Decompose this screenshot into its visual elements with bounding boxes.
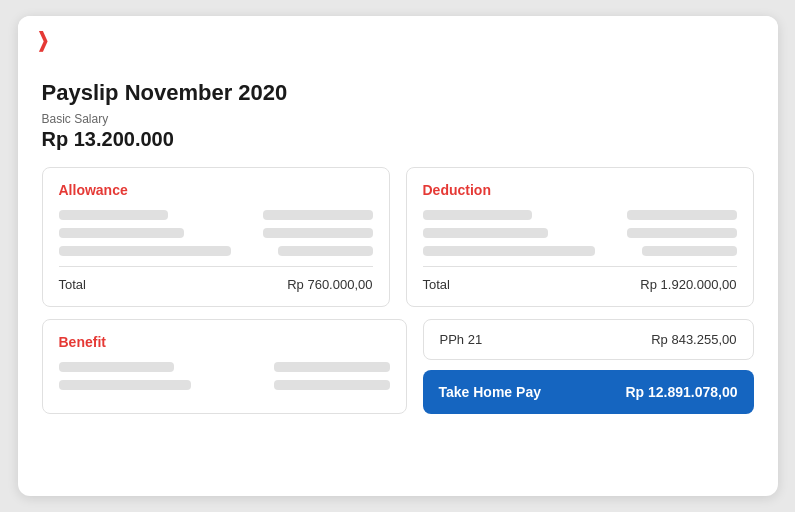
cards-row-top: Allowance Total Rp 760.000,00: [42, 167, 754, 307]
allowance-total-label: Total: [59, 277, 86, 292]
deduction-total-value: Rp 1.920.000,00: [640, 277, 736, 292]
deduction-footer: Total Rp 1.920.000,00: [423, 266, 737, 292]
deduction-total-label: Total: [423, 277, 450, 292]
benefit-row-2: [59, 380, 390, 390]
basic-salary-value: Rp 13.200.000: [42, 128, 754, 151]
app-container: ❯ Payslip November 2020 Basic Salary Rp …: [18, 16, 778, 496]
deduction-row-1: [423, 210, 737, 220]
skeleton: [263, 228, 373, 238]
skeleton: [274, 362, 390, 372]
take-home-label: Take Home Pay: [439, 384, 541, 400]
take-home-row[interactable]: Take Home Pay Rp 12.891.078,00: [423, 370, 754, 414]
skeleton: [423, 246, 596, 256]
skeleton: [642, 246, 736, 256]
pph-label: PPh 21: [440, 332, 483, 347]
skeleton: [423, 210, 533, 220]
skeleton: [59, 380, 191, 390]
skeleton: [59, 228, 185, 238]
chevron-right-icon[interactable]: ❯: [36, 28, 48, 52]
skeleton: [278, 246, 372, 256]
benefit-card: Benefit: [42, 319, 407, 414]
pph-row: PPh 21 Rp 843.255,00: [423, 319, 754, 360]
benefit-title: Benefit: [59, 334, 390, 350]
allowance-footer: Total Rp 760.000,00: [59, 266, 373, 292]
allowance-title: Allowance: [59, 182, 373, 198]
pph-takehome-column: PPh 21 Rp 843.255,00 Take Home Pay Rp 12…: [423, 319, 754, 414]
skeleton: [263, 210, 373, 220]
pph-value: Rp 843.255,00: [651, 332, 736, 347]
allowance-card: Allowance Total Rp 760.000,00: [42, 167, 390, 307]
skeleton: [59, 210, 169, 220]
skeleton: [274, 380, 390, 390]
deduction-title: Deduction: [423, 182, 737, 198]
basic-salary-label: Basic Salary: [42, 112, 754, 126]
allowance-row-2: [59, 228, 373, 238]
allowance-total-value: Rp 760.000,00: [287, 277, 372, 292]
take-home-value: Rp 12.891.078,00: [625, 384, 737, 400]
allowance-row-3: [59, 246, 373, 256]
deduction-row-3: [423, 246, 737, 256]
allowance-row-1: [59, 210, 373, 220]
deduction-card: Deduction Total Rp 1.920.000,00: [406, 167, 754, 307]
skeleton: [59, 362, 175, 372]
benefit-row-1: [59, 362, 390, 372]
skeleton: [59, 246, 232, 256]
skeleton: [627, 210, 737, 220]
bottom-row: Benefit PPh 21 Rp 843.255,00 Take Home P…: [42, 319, 754, 414]
deduction-row-2: [423, 228, 737, 238]
top-bar: ❯: [18, 16, 778, 64]
skeleton: [423, 228, 549, 238]
skeleton: [627, 228, 737, 238]
page-title: Payslip November 2020: [42, 80, 754, 106]
main-content: Payslip November 2020 Basic Salary Rp 13…: [18, 64, 778, 434]
